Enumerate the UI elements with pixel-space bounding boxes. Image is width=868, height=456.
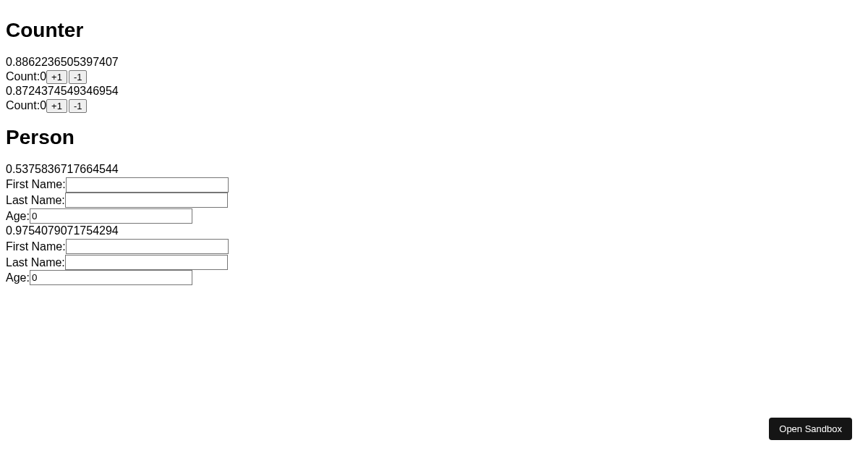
count-value: 0 bbox=[40, 99, 46, 112]
decrement-button[interactable]: -1 bbox=[69, 99, 88, 113]
counter-rand: 0.8724374549346954 bbox=[6, 84, 862, 99]
first-name-label: First Name: bbox=[6, 239, 66, 255]
age-input[interactable] bbox=[30, 208, 192, 224]
person-rand: 0.9754079071754294 bbox=[6, 224, 862, 239]
last-name-input[interactable] bbox=[65, 193, 228, 208]
count-value: 0 bbox=[40, 70, 46, 83]
increment-button[interactable]: +1 bbox=[46, 70, 67, 84]
count-label: Count: bbox=[6, 99, 40, 112]
decrement-button[interactable]: -1 bbox=[69, 70, 88, 84]
open-sandbox-button[interactable]: Open Sandbox bbox=[769, 418, 852, 440]
counter-heading: Counter bbox=[6, 19, 862, 42]
last-name-input[interactable] bbox=[65, 255, 228, 270]
first-name-input[interactable] bbox=[66, 177, 229, 193]
counter-rand: 0.8862236505397407 bbox=[6, 55, 862, 70]
increment-button[interactable]: +1 bbox=[46, 99, 67, 113]
person-rand: 0.5375836717664544 bbox=[6, 162, 862, 177]
first-name-input[interactable] bbox=[66, 239, 229, 254]
counter-row: Count: 0 +1 -1 bbox=[6, 70, 862, 84]
count-label: Count: bbox=[6, 70, 40, 83]
counter-row: Count: 0 +1 -1 bbox=[6, 99, 862, 113]
age-input[interactable] bbox=[30, 270, 192, 285]
last-name-label: Last Name: bbox=[6, 255, 65, 271]
first-name-label: First Name: bbox=[6, 177, 66, 193]
age-label: Age: bbox=[6, 270, 30, 286]
last-name-label: Last Name: bbox=[6, 193, 65, 208]
person-heading: Person bbox=[6, 126, 862, 149]
age-label: Age: bbox=[6, 208, 30, 224]
